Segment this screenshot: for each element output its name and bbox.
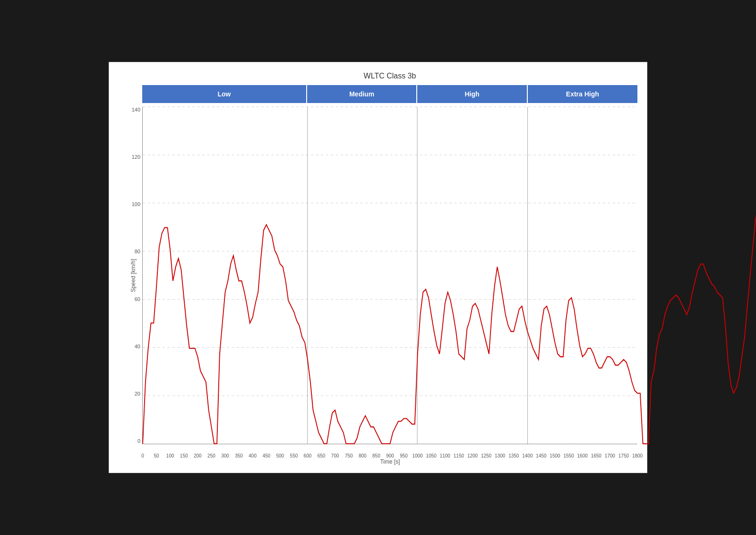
speed-line: [143, 169, 756, 444]
phase-low: Low: [142, 85, 307, 103]
phase-extra-high: Extra High: [528, 85, 637, 103]
y-tick-labels: 0 20 40 60 80 100 120 140: [126, 107, 140, 444]
phase-medium: Medium: [307, 85, 417, 103]
plot-area: Speed [km/h] Time [s] 0 20 40 60 80 100 …: [142, 107, 637, 444]
x-axis-label: Time [s]: [380, 458, 400, 465]
chart-title: WLTC Class 3b: [142, 72, 637, 80]
chart-container: WLTC Class 3b Low Medium High Extra High…: [109, 62, 647, 473]
phase-labels: Low Medium High Extra High: [142, 85, 637, 103]
chart-svg: [143, 107, 637, 444]
phase-high: High: [417, 85, 527, 103]
